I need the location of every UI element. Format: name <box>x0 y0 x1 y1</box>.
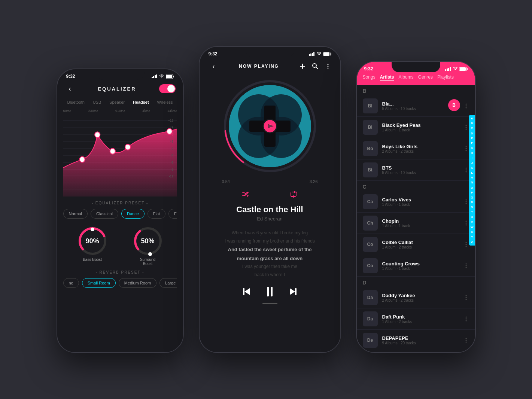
alpha-j[interactable]: J <box>471 161 474 165</box>
search-icon[interactable] <box>312 63 319 70</box>
reverb-none[interactable]: ne <box>63 278 79 288</box>
alpha-i[interactable]: I <box>471 156 474 160</box>
reverb-large[interactable]: Large Room <box>159 278 177 288</box>
preset-folk[interactable]: Folk <box>168 209 177 219</box>
more-icon-dy[interactable] <box>463 295 469 301</box>
svg-text:+9: +9 <box>170 125 173 129</box>
artist-thumb-dp: Da <box>363 311 378 326</box>
alpha-n[interactable]: N <box>471 180 474 185</box>
artist-item-blg[interactable]: Bo Boys Like Girls 2 Albums · 2 tracks <box>357 138 475 159</box>
alpha-a[interactable]: A <box>471 116 474 121</box>
reverb-medium[interactable]: Medium Room <box>119 278 157 288</box>
back-button[interactable]: ‹ <box>65 83 75 94</box>
nav-songs[interactable]: Songs <box>363 74 376 81</box>
alpha-g[interactable]: G <box>471 146 474 150</box>
artist-item-dp[interactable]: Da Daft Punk 1 Album · 2 tracks <box>357 308 475 330</box>
more-icon-dp[interactable] <box>463 316 469 322</box>
artist-item-chopin[interactable]: Ch Chopin 1 Album · 1 track <box>357 213 475 234</box>
alpha-d[interactable]: D <box>471 131 474 135</box>
artist-item-counting[interactable]: Co Counting Crows 1 Album · 1 track <box>357 255 475 277</box>
shuffle-icon[interactable] <box>241 190 250 199</box>
surround-label: SurroundBoost <box>140 258 155 266</box>
alpha-m[interactable]: M <box>471 176 474 180</box>
alpha-v[interactable]: V <box>471 220 474 224</box>
artist-item-dy[interactable]: Da Daddy Yankee 2 Albums · 2 tracks <box>357 287 475 308</box>
alpha-w[interactable]: W <box>471 225 474 229</box>
more-icon-dep[interactable] <box>463 337 469 343</box>
artist-item-cv[interactable]: Ca Carlos Vives 1 Album · 1 track <box>357 191 475 213</box>
eq-toggle[interactable] <box>159 84 176 93</box>
artist-meta-cv: 1 Album · 1 track <box>382 202 463 207</box>
artist-info-dp: Daft Punk 1 Album · 2 tracks <box>382 314 463 324</box>
more-icon[interactable] <box>325 63 331 70</box>
phone-equalizer: 9:32 ‹ EQUALIZER Bluetooth USB Speak <box>57 68 184 353</box>
svg-rect-6 <box>173 76 174 77</box>
svg-rect-2 <box>155 75 156 78</box>
alpha-y[interactable]: Y <box>471 235 474 239</box>
alpha-t[interactable]: T <box>471 210 474 214</box>
bass-boost-knob[interactable]: 90% Bass Boost <box>77 226 107 266</box>
more-icon-bep[interactable] <box>463 124 469 130</box>
alpha-h[interactable]: H <box>471 151 474 155</box>
more-icon-blg[interactable] <box>463 146 469 152</box>
alpha-b[interactable]: B <box>471 121 474 125</box>
preset-classical[interactable]: Classical <box>91 209 118 219</box>
next-button[interactable] <box>288 286 298 297</box>
reverb-small[interactable]: Small Room <box>82 278 116 288</box>
alpha-f[interactable]: F <box>471 141 474 145</box>
tab-usb[interactable]: USB <box>93 100 101 104</box>
alpha-u[interactable]: U <box>471 215 474 219</box>
section-b-header: B <box>357 85 475 95</box>
artist-info-cc: Colbie Caillat 1 Album · 2 tracks <box>382 240 463 249</box>
alpha-c[interactable]: C <box>471 126 474 130</box>
svg-point-89 <box>465 264 466 265</box>
more-icon-chopin[interactable] <box>463 220 469 226</box>
surround-boost-knob[interactable]: 50% SurroundBoost <box>133 226 163 266</box>
svg-point-21 <box>125 144 130 150</box>
more-icon-cv[interactable] <box>463 199 469 205</box>
eq-freq-labels: 60Hz 230Hz 910Hz 4kHz 14kHz <box>57 109 183 113</box>
lyric-3: And tasted the sweet perfume of the <box>209 245 331 254</box>
preset-normal[interactable]: Normal <box>63 209 88 219</box>
alpha-s[interactable]: S <box>471 205 474 209</box>
previous-button[interactable] <box>241 286 252 297</box>
alpha-x[interactable]: X <box>471 230 474 234</box>
alpha-p[interactable]: P <box>471 191 474 195</box>
alpha-e[interactable]: E <box>471 136 474 140</box>
preset-flat[interactable]: Flat <box>148 209 165 219</box>
tab-headset[interactable]: Headset <box>133 100 149 104</box>
svg-point-100 <box>465 342 466 343</box>
svg-rect-66 <box>460 67 466 71</box>
alpha-r[interactable]: R <box>471 200 474 204</box>
nav-playlists[interactable]: Playlists <box>437 74 454 81</box>
artist-item-cc[interactable]: Co Colbie Caillat 1 Album · 2 tracks <box>357 234 475 255</box>
np-back-button[interactable]: ‹ <box>209 61 219 71</box>
more-icon-cc[interactable] <box>463 241 469 247</box>
nav-genres[interactable]: Genres <box>418 74 433 81</box>
alpha-o[interactable]: O <box>471 186 474 190</box>
more-icon-bla[interactable] <box>463 103 469 109</box>
artist-item-bts[interactable]: Bt BTS 5 Albums · 10 tracks <box>357 159 475 181</box>
pause-button[interactable] <box>267 287 273 296</box>
svg-point-45 <box>327 66 328 67</box>
tab-speaker[interactable]: Speaker <box>109 100 125 104</box>
alpha-q[interactable]: Q <box>471 195 474 200</box>
alpha-k[interactable]: K <box>471 166 474 170</box>
more-icon-bts[interactable] <box>463 167 469 173</box>
more-icon-counting[interactable] <box>463 263 469 269</box>
repeat-icon[interactable] <box>289 190 298 199</box>
nav-albums[interactable]: Albums <box>399 74 414 81</box>
tab-bluetooth[interactable]: Bluetooth <box>67 100 84 104</box>
artist-item-bep[interactable]: Bl Black Eyed Peas 1 Album · 1 track <box>357 117 475 138</box>
artist-item-dep[interactable]: De DEPAPEPE 9 Albums · 20 tracks <box>357 330 475 351</box>
avatar-badge[interactable]: B <box>448 99 460 111</box>
preset-dance[interactable]: Dance <box>121 209 145 219</box>
alpha-l[interactable]: L <box>471 171 474 175</box>
tab-wireless[interactable]: Wireless <box>157 100 173 104</box>
eq-preset-chips: Normal Classical Dance Flat Folk Hea <box>63 209 177 219</box>
add-icon[interactable] <box>299 63 306 70</box>
eq-graph[interactable]: +12 +9 +6 +3 0 -3 -6 -9 -12 <box>57 114 183 197</box>
artist-info-dy: Daddy Yankee 2 Albums · 2 tracks <box>382 293 463 302</box>
nav-artists[interactable]: Artists <box>380 74 394 81</box>
alpha-z[interactable]: Z <box>471 240 474 244</box>
